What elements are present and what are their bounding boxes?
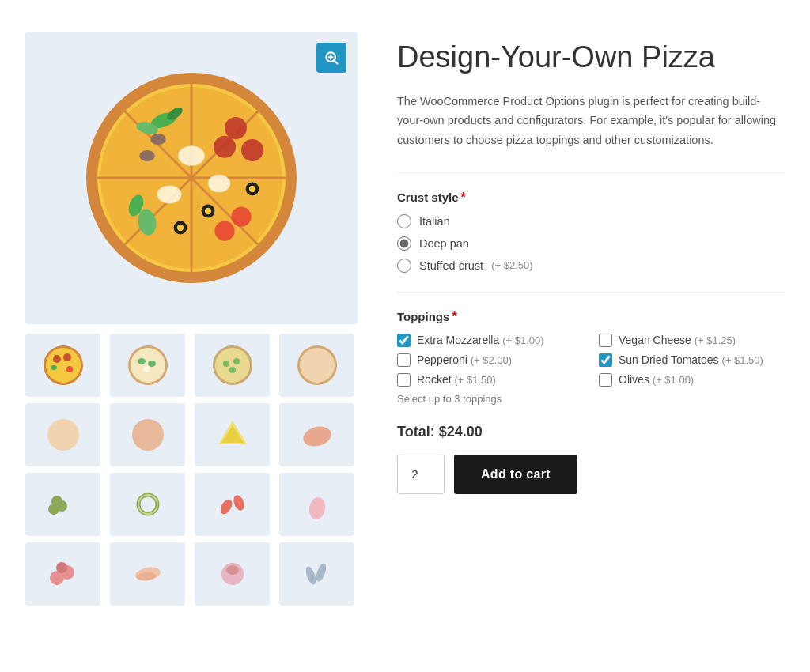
svg-point-62 <box>307 496 327 520</box>
svg-point-57 <box>51 496 62 507</box>
crust-radio-deep-pan[interactable] <box>397 236 411 251</box>
svg-point-46 <box>233 358 240 364</box>
thumbnail-12[interactable] <box>279 473 354 536</box>
pizza-main-image <box>81 67 302 289</box>
svg-point-45 <box>223 361 229 367</box>
svg-point-33 <box>46 348 81 383</box>
thumbnail-4[interactable] <box>279 334 354 397</box>
svg-point-61 <box>231 494 245 512</box>
thumbnail-5[interactable] <box>25 403 100 466</box>
thumbnail-6[interactable] <box>110 403 185 466</box>
svg-line-1 <box>335 61 338 64</box>
checkbox-pepperoni[interactable] <box>397 353 411 367</box>
thumbnail-3[interactable] <box>195 334 270 397</box>
thumbnail-2[interactable] <box>110 334 185 397</box>
thumbnail-9[interactable] <box>25 473 100 536</box>
checkbox-sun-dried[interactable] <box>599 353 612 367</box>
svg-point-19 <box>231 206 251 226</box>
checkbox-vegan-cheese[interactable] <box>599 334 612 347</box>
quantity-input[interactable] <box>397 455 445 494</box>
svg-point-24 <box>177 225 184 231</box>
thumbnail-11[interactable] <box>195 473 270 536</box>
add-to-cart-button[interactable]: Add to cart <box>454 455 577 494</box>
crust-option-deep-pan[interactable]: Deep pan <box>397 236 785 251</box>
thumbnail-grid <box>25 334 358 606</box>
svg-point-31 <box>157 186 182 203</box>
checkbox-olives[interactable] <box>599 373 612 387</box>
svg-point-59 <box>138 495 157 514</box>
thumbnail-15[interactable] <box>195 542 270 606</box>
svg-point-50 <box>47 419 79 451</box>
svg-point-30 <box>208 175 230 192</box>
svg-point-22 <box>205 208 211 214</box>
crust-radio-italian[interactable] <box>397 214 411 228</box>
svg-point-41 <box>148 361 156 367</box>
svg-point-51 <box>132 419 164 451</box>
svg-point-37 <box>66 366 73 372</box>
svg-point-65 <box>56 562 67 573</box>
crust-required-star: * <box>461 191 466 205</box>
thumbnail-13[interactable] <box>25 542 100 606</box>
svg-point-15 <box>139 150 155 161</box>
topping-rocket[interactable]: Rocket (+ $1.50) <box>397 373 583 387</box>
svg-point-35 <box>63 353 71 361</box>
thumbnail-1[interactable] <box>25 334 100 397</box>
topping-pepperoni[interactable]: Pepperoni (+ $2.00) <box>397 353 583 367</box>
svg-point-29 <box>178 145 205 165</box>
svg-point-13 <box>214 136 236 158</box>
checkbox-extra-mozz[interactable] <box>397 334 411 347</box>
topping-olives[interactable]: Olives (+ $1.00) <box>599 373 785 387</box>
crust-label: Crust style* <box>397 191 785 205</box>
svg-point-14 <box>150 134 166 145</box>
thumbnail-7[interactable] <box>195 403 270 466</box>
svg-point-42 <box>143 366 150 372</box>
thumbnail-16[interactable] <box>279 542 354 606</box>
main-image <box>25 32 358 324</box>
svg-point-70 <box>304 565 318 586</box>
divider-2 <box>397 292 785 293</box>
crust-option-stuffed[interactable]: Stuffed crust (+ $2.50) <box>397 259 785 273</box>
svg-point-39 <box>131 348 165 383</box>
crust-options: Italian Deep pan Stuffed crust (+ $2.50) <box>397 214 785 273</box>
product-details: Design-Your-Own Pizza The WooCommerce Pr… <box>397 32 785 606</box>
thumbnail-10[interactable] <box>110 473 185 536</box>
svg-point-71 <box>314 562 328 583</box>
toppings-section: Toppings* Extra Mozzarella (+ $1.00) Veg… <box>397 310 785 405</box>
toppings-required-star: * <box>452 310 456 324</box>
toppings-label: Toppings* <box>397 310 785 324</box>
zoom-button[interactable] <box>316 43 346 73</box>
svg-point-44 <box>215 348 250 383</box>
topping-vegan-cheese[interactable]: Vegan Cheese (+ $1.25) <box>599 334 785 347</box>
svg-point-11 <box>225 117 247 139</box>
product-layout: Design-Your-Own Pizza The WooCommerce Pr… <box>25 32 785 606</box>
svg-point-60 <box>218 497 233 515</box>
add-to-cart-row: Add to cart <box>397 455 785 494</box>
svg-point-26 <box>249 186 255 192</box>
product-images <box>25 32 358 606</box>
crust-section: Crust style* Italian Deep pan Stuffed cr… <box>397 191 785 273</box>
svg-point-36 <box>51 365 57 370</box>
svg-point-40 <box>138 358 146 364</box>
product-description: The WooCommerce Product Options plugin i… <box>397 92 785 150</box>
product-title: Design-Your-Own Pizza <box>397 40 785 76</box>
svg-point-12 <box>241 139 263 161</box>
thumbnail-14[interactable] <box>110 542 185 606</box>
divider-1 <box>397 172 785 173</box>
svg-point-20 <box>214 221 234 241</box>
svg-point-47 <box>229 367 236 373</box>
checkbox-rocket[interactable] <box>397 373 411 387</box>
crust-radio-stuffed[interactable] <box>397 259 411 273</box>
total-price: Total: $24.00 <box>397 424 785 440</box>
topping-sun-dried[interactable]: Sun Dried Tomatoes (+ $1.50) <box>599 353 785 367</box>
toppings-hint: Select up to 3 toppings <box>397 393 785 405</box>
topping-extra-mozz[interactable]: Extra Mozzarella (+ $1.00) <box>397 334 583 347</box>
thumbnail-8[interactable] <box>279 403 354 466</box>
crust-option-italian[interactable]: Italian <box>397 214 785 228</box>
toppings-grid: Extra Mozzarella (+ $1.00) Vegan Cheese … <box>397 334 785 387</box>
svg-point-49 <box>300 348 335 383</box>
page-wrapper: Design-Your-Own Pizza The WooCommerce Pr… <box>0 0 810 672</box>
svg-point-54 <box>301 424 333 449</box>
svg-point-34 <box>53 355 61 363</box>
svg-point-69 <box>226 565 239 575</box>
